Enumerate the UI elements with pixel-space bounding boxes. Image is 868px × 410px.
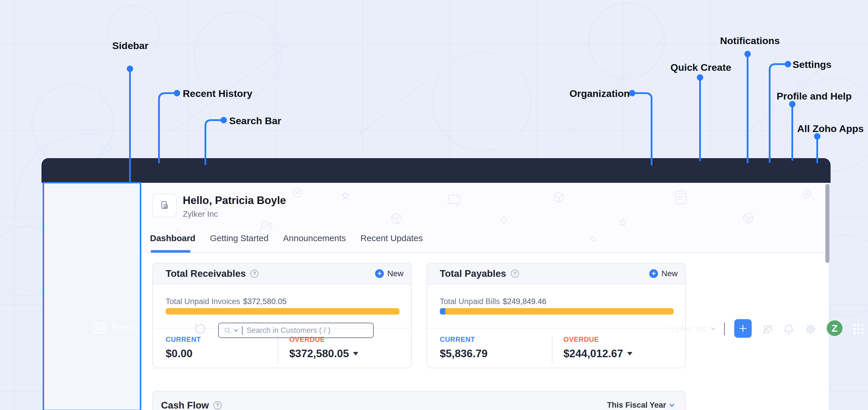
overdue-value-row[interactable]: $244,012.67 (563, 348, 632, 360)
cash-flow-title: Cash Flow (161, 400, 209, 410)
greeting-card-icon (152, 193, 177, 217)
help-icon[interactable] (214, 401, 222, 409)
payables-overdue: OVERDUE $244,012.67 (563, 336, 632, 360)
payables-title: Total Payables (440, 268, 506, 279)
card-vertical-divider (552, 334, 552, 365)
annotation-recent-history: Recent History (183, 88, 252, 99)
new-button-label: New (661, 269, 678, 278)
bell-icon (782, 323, 795, 336)
tab-getting-started[interactable]: Getting Started (210, 233, 269, 251)
search-icon (223, 326, 231, 335)
total-payables-card: Total Payables New Total Unpaid Bills $2… (427, 263, 686, 368)
summary-value: $249,849.46 (503, 297, 546, 306)
annotation-settings: Settings (793, 59, 832, 70)
receivables-card-header: Total Receivables New (153, 263, 411, 284)
annotation-profile-help: Profile and Help (777, 91, 852, 102)
annotation-quick-create: Quick Create (671, 62, 731, 73)
new-button-label: New (387, 269, 404, 278)
history-icon (193, 322, 208, 336)
overdue-value-row[interactable]: $372,580.05 (289, 348, 358, 360)
fiscal-year-filter[interactable]: This Fiscal Year (607, 401, 675, 410)
help-icon[interactable] (511, 270, 519, 278)
receivables-summary: Total Unpaid Invoices $372,580.05 (166, 297, 287, 306)
current-value: $5,836.79 (440, 348, 488, 360)
receivables-current: CURRENT $0.00 (166, 336, 201, 360)
cash-flow-header: Cash Flow This Fiscal Year (153, 391, 685, 410)
progress-current-segment (440, 308, 445, 315)
overdue-value: $372,580.05 (289, 348, 349, 360)
vertical-scrollbar[interactable] (825, 184, 829, 263)
payables-new-button[interactable]: New (649, 269, 678, 278)
greeting-text: Hello, Patricia Boyle (183, 194, 286, 207)
tab-announcements[interactable]: Announcements (283, 233, 346, 251)
total-receivables-card: Total Receivables New Total Unpaid Invoi… (152, 263, 412, 368)
receivables-new-button[interactable]: New (375, 269, 404, 278)
plus-circle-icon (649, 269, 658, 278)
receivables-title: Total Receivables (166, 268, 246, 279)
card-divider (427, 328, 685, 328)
card-vertical-divider (278, 334, 278, 365)
grid-apps-icon (852, 322, 865, 336)
recent-history-button[interactable] (193, 322, 208, 336)
plus-icon (738, 323, 748, 334)
settings-button[interactable] (804, 323, 817, 336)
caret-down-icon (627, 352, 632, 355)
current-value: $0.00 (166, 348, 201, 360)
users-button[interactable] (761, 323, 774, 336)
annotation-sidebar: Sidebar (112, 40, 149, 51)
annotation-search-bar: Search Bar (229, 115, 281, 127)
annotation-all-zoho-apps: All Zoho Apps (797, 123, 864, 134)
chevron-down-icon (710, 326, 716, 332)
greeting-company: Zylker Inc (183, 210, 218, 219)
receivables-overdue: OVERDUE $372,580.05 (289, 336, 358, 360)
gear-icon (804, 323, 817, 336)
annotation-organization: Organization (569, 88, 630, 99)
sidebar-annotation-outline (43, 182, 141, 410)
tab-dashboard[interactable]: Dashboard (150, 233, 195, 251)
summary-label: Total Unpaid Invoices (166, 297, 240, 306)
payables-progress-bar (440, 308, 674, 315)
document-icon (158, 199, 170, 212)
chevron-down-icon (669, 403, 675, 408)
summary-label: Total Unpaid Bills (440, 297, 500, 306)
search-scope-chevron-icon[interactable] (234, 328, 239, 333)
caret-down-icon (353, 352, 358, 355)
plus-circle-icon (375, 269, 384, 278)
payables-current: CURRENT $5,836.79 (440, 336, 488, 360)
topbar-divider (724, 323, 725, 336)
help-icon[interactable] (250, 270, 258, 278)
fiscal-filter-label: This Fiscal Year (607, 401, 666, 410)
payables-card-header: Total Payables New (427, 263, 685, 284)
avatar-initial: Z (832, 323, 838, 334)
current-label: CURRENT (440, 336, 488, 344)
all-apps-button[interactable] (852, 322, 865, 335)
receivables-progress-bar (166, 308, 400, 315)
profile-avatar[interactable]: Z (826, 319, 843, 337)
summary-value: $372,580.05 (243, 297, 287, 306)
current-label: CURRENT (166, 336, 201, 344)
cash-flow-card: Cash Flow This Fiscal Year (152, 391, 686, 410)
active-tab-underline (151, 250, 191, 253)
top-bar: Books Zylker Inc (41, 158, 831, 183)
annotation-notifications: Notifications (720, 35, 780, 46)
overdue-value: $244,012.67 (563, 348, 623, 360)
tabs-divider (141, 252, 826, 253)
organization-switcher[interactable]: Zylker Inc (671, 320, 716, 338)
organization-name: Zylker Inc (671, 324, 707, 334)
search-input[interactable] (243, 326, 373, 335)
payables-summary: Total Unpaid Bills $249,849.46 (440, 297, 546, 306)
notifications-button[interactable] (782, 323, 795, 336)
quick-create-button[interactable] (734, 319, 752, 338)
dashboard-tabs: Dashboard Getting Started Announcements … (150, 233, 423, 251)
overdue-label: OVERDUE (563, 336, 632, 344)
tab-recent-updates[interactable]: Recent Updates (360, 233, 423, 251)
users-icon (761, 323, 774, 336)
search-bar[interactable] (218, 323, 374, 338)
